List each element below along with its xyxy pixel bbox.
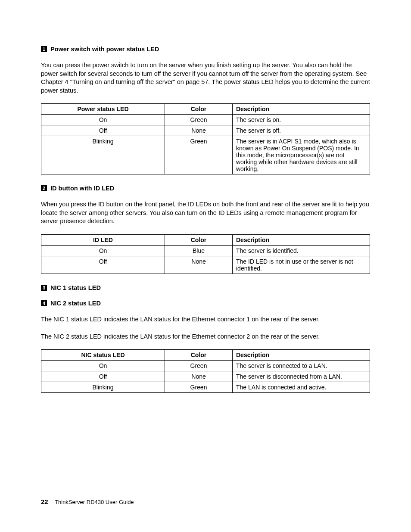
table-row: Off None The ID LED is not in use or the… <box>41 256 370 274</box>
document-title: ThinkServer RD430 User Guide <box>55 499 134 505</box>
table-header-row: Power status LED Color Description <box>41 104 370 115</box>
section1-paragraph: You can press the power switch to turn o… <box>41 61 370 95</box>
callout-4-icon: 4 <box>41 300 47 306</box>
page-number: 22 <box>41 498 48 505</box>
section3-heading: 3 NIC 1 status LED <box>41 284 370 291</box>
section4-paragraph2: The NIC 2 status LED indicates the LAN s… <box>41 333 370 341</box>
col-header: Description <box>233 234 370 245</box>
power-status-led-table: Power status LED Color Description On Gr… <box>41 103 370 174</box>
col-header: Power status LED <box>41 104 165 115</box>
page-content: 1 Power switch with power status LED You… <box>0 0 411 393</box>
col-header: ID LED <box>41 234 165 245</box>
section3-title: NIC 1 status LED <box>50 284 101 291</box>
section2-title: ID button with ID LED <box>50 185 114 192</box>
col-header: Description <box>233 350 370 361</box>
section1-heading: 1 Power switch with power status LED <box>41 46 370 53</box>
section2-paragraph: When you press the ID button on the fron… <box>41 200 370 226</box>
section4-paragraph1: The NIC 1 status LED indicates the LAN s… <box>41 315 370 324</box>
nic-status-led-table: NIC status LED Color Description On Gree… <box>41 349 370 393</box>
page-footer: 22 ThinkServer RD430 User Guide <box>41 498 134 505</box>
table-row: On Green The server is connected to a LA… <box>41 361 370 371</box>
callout-3-icon: 3 <box>41 285 47 291</box>
col-header: Color <box>165 350 233 361</box>
section4-heading: 4 NIC 2 status LED <box>41 300 370 307</box>
col-header: Description <box>233 104 370 115</box>
table-row: On Blue The server is identified. <box>41 245 370 256</box>
section4-title: NIC 2 status LED <box>50 300 101 307</box>
section2-heading: 2 ID button with ID LED <box>41 185 370 192</box>
col-header: Color <box>165 104 233 115</box>
table-row: Blinking Green The LAN is connected and … <box>41 382 370 393</box>
callout-1-icon: 1 <box>41 46 47 52</box>
table-row: On Green The server is on. <box>41 115 370 125</box>
callout-2-icon: 2 <box>41 185 47 191</box>
table-header-row: NIC status LED Color Description <box>41 350 370 361</box>
table-row: Off None The server is disconnected from… <box>41 371 370 382</box>
table-row: Off None The server is off. <box>41 125 370 136</box>
table-header-row: ID LED Color Description <box>41 234 370 245</box>
table-row: Blinking Green The server is in ACPI S1 … <box>41 136 370 174</box>
section1-title: Power switch with power status LED <box>50 46 159 53</box>
id-led-table: ID LED Color Description On Blue The ser… <box>41 234 370 274</box>
col-header: NIC status LED <box>41 350 165 361</box>
col-header: Color <box>165 234 233 245</box>
